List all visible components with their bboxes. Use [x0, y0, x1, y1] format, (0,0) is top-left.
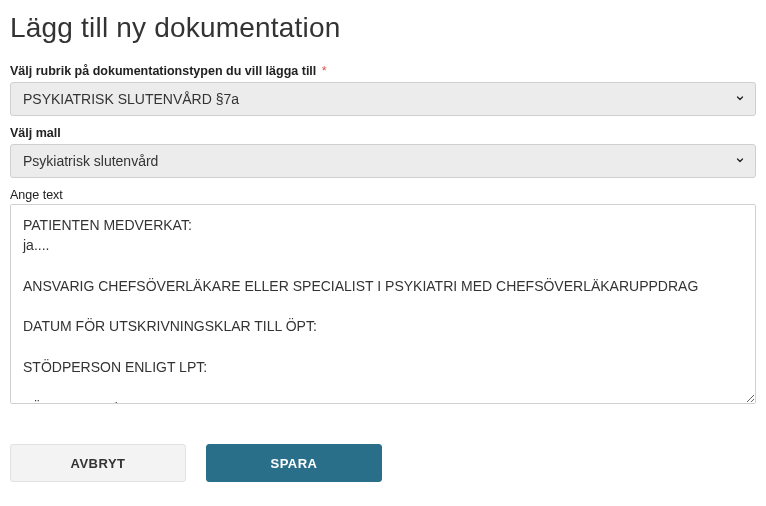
required-asterisk: *	[322, 64, 327, 78]
text-field: Ange text	[10, 188, 756, 408]
template-field: Välj mall Psykiatrisk slutenvård	[10, 126, 756, 178]
text-label: Ange text	[10, 188, 756, 202]
doc-type-field: Välj rubrik på dokumentationstypen du vi…	[10, 64, 756, 116]
text-input[interactable]	[10, 204, 756, 404]
save-button[interactable]: SPARA	[206, 444, 382, 482]
page-title: Lägg till ny dokumentation	[10, 12, 756, 44]
template-select[interactable]: Psykiatrisk slutenvård	[10, 144, 756, 178]
cancel-button[interactable]: AVBRYT	[10, 444, 186, 482]
template-label: Välj mall	[10, 126, 756, 140]
template-select-wrap: Psykiatrisk slutenvård	[10, 144, 756, 178]
button-row: AVBRYT SPARA	[10, 444, 756, 482]
doc-type-label-text: Välj rubrik på dokumentationstypen du vi…	[10, 64, 316, 78]
doc-type-select[interactable]: PSYKIATRISK SLUTENVÅRD §7a	[10, 82, 756, 116]
doc-type-select-wrap: PSYKIATRISK SLUTENVÅRD §7a	[10, 82, 756, 116]
doc-type-label: Välj rubrik på dokumentationstypen du vi…	[10, 64, 756, 78]
